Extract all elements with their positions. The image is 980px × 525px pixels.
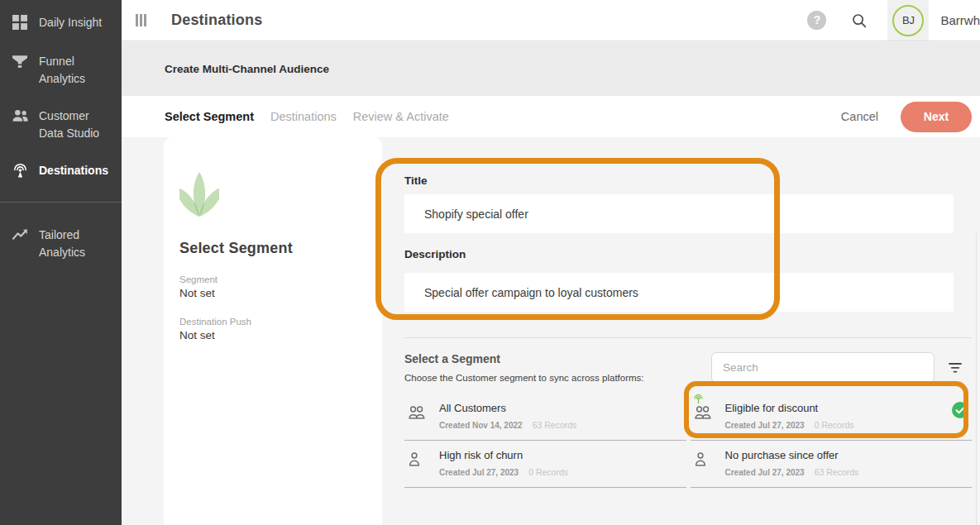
sidebar-divider [0,202,122,203]
field-value: Not set [179,329,366,341]
step-field-destination-push: Destination Push Not set [179,317,366,341]
description-input[interactable] [404,273,954,312]
segment-item-all-customers[interactable]: All Customers Created Nov 14, 2022 63 Re… [404,394,686,441]
people-group-icon [408,399,428,430]
sidebar-item-tailored-analytics[interactable]: Tailored Analytics [0,227,122,261]
audience-form: Title Description Select a Segment Choos… [404,137,972,488]
step-field-segment: Segment Not set [179,274,366,299]
segment-name: High risk of churn [439,446,568,461]
user-name: Barrwh [940,13,980,27]
sidebar-item-destinations[interactable]: Destinations [0,162,122,182]
field-label: Segment [179,274,366,284]
broadcast-icon [12,162,29,182]
columns-menu-icon[interactable] [136,14,146,26]
sidebar-item-label: Tailored Analytics [39,227,113,261]
person-icon [408,446,428,477]
sidebar-item-daily-insight[interactable]: Daily Insight [0,14,122,33]
sidebar-item-label: Funnel Analytics [39,53,113,88]
segment-item-eligible-for-discount[interactable]: Eligible for discount Created Jul 27, 20… [691,394,973,441]
segment-item-high-risk-of-churn[interactable]: High risk of churn Created Jul 27, 2023 … [404,441,686,488]
check-icon [952,402,968,430]
segment-created: Created Jul 27, 2023 [725,421,805,430]
segment-created: Created Nov 14, 2022 [439,421,523,430]
section-divider [404,337,972,338]
funnel-icon [12,53,29,72]
tab-review-activate[interactable]: Review & Activate [353,110,449,123]
segment-item-no-purchase-since-offer[interactable]: No purchase since offer Created Jul 27, … [691,441,973,488]
avatar-initials: BJ [892,5,924,36]
help-icon[interactable]: ? [807,11,826,30]
trend-line-icon [12,227,29,246]
segment-records: 0 Records [528,467,568,477]
sidebar-item-label: Destinations [39,162,108,179]
segment-records: 63 Records [533,420,577,430]
sidebar-item-customer-data-studio[interactable]: Customer Data Studio [0,107,122,142]
people-group-broadcast-icon [694,399,714,430]
segment-created: Created Jul 27, 2023 [725,468,805,477]
search-icon[interactable] [851,12,868,29]
segment-records: 0 Records [815,420,854,430]
segment-name: All Customers [439,399,576,414]
sidebar-item-funnel-analytics[interactable]: Funnel Analytics [0,53,122,88]
sidebar-item-label: Customer Data Studio [39,107,113,142]
title-label: Title [404,174,972,187]
tab-destinations[interactable]: Destinations [270,110,337,123]
segment-created: Created Jul 27, 2023 [439,468,519,477]
tab-select-segment[interactable]: Select Segment [165,110,254,123]
select-segment-heading: Select a Segment [404,352,711,365]
step-title: Select Segment [179,240,366,257]
cancel-button[interactable]: Cancel [841,110,878,123]
top-header: Destinations ? BJ Barrwh [122,0,980,41]
segment-name: No purchase since offer [725,446,859,461]
field-value: Not set [179,287,366,299]
breadcrumb-band: Create Multi-Channel Audience [122,42,980,96]
segment-records: 63 Records [815,467,859,477]
main-content: Select Segment Segment Not set Destinati… [122,137,980,525]
segment-search-input[interactable] [711,352,935,383]
broadcast-mini-icon [693,393,704,408]
grid-icon [12,14,29,33]
next-button[interactable]: Next [901,102,972,132]
select-segment-subheading: Choose the Customer segment to sync acro… [404,373,711,383]
field-label: Destination Push [179,317,366,327]
avatar[interactable]: BJ [887,0,929,41]
segment-list: All Customers Created Nov 14, 2022 63 Re… [404,394,972,488]
sidebar-item-label: Daily Insight [39,14,102,31]
wizard-tabs-row: Select Segment Destinations Review & Act… [122,96,980,137]
sidebar: Daily Insight Funnel Analytics Customer … [0,0,122,525]
segment-name: Eligible for discount [725,399,854,414]
breadcrumb: Create Multi-Channel Audience [165,63,329,75]
step-summary-card: Select Segment Segment Not set Destinati… [164,137,382,525]
title-input[interactable] [404,194,954,233]
page-title: Destinations [171,12,262,29]
filter-icon[interactable] [949,362,962,374]
scrollbar-track[interactable] [976,233,977,525]
leaf-icon [179,207,219,221]
description-label: Description [404,248,972,260]
person-icon [694,446,714,477]
people-icon [12,107,29,126]
